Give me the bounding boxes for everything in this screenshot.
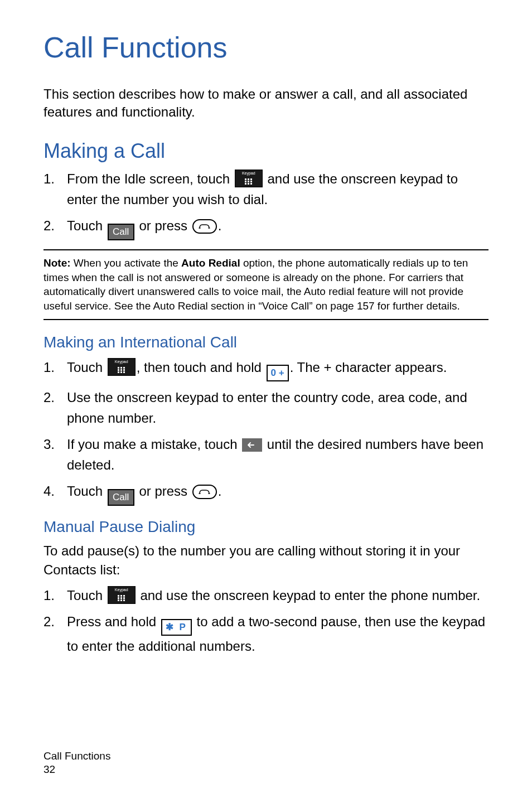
step-text: , then touch and hold <box>137 360 265 375</box>
page-title: Call Functions <box>43 31 489 64</box>
step-text: . The + character appears. <box>290 360 447 375</box>
zero-plus-key-icon: 0 + <box>267 365 289 381</box>
call-button-icon: Call <box>108 489 134 506</box>
list-item: Touch Call or press . <box>43 215 489 240</box>
step-text: and use the onscreen keypad to enter the… <box>137 588 480 603</box>
step-text: Touch <box>67 218 107 233</box>
step-text: Use the onscreen keypad to enter the cou… <box>67 390 467 425</box>
international-call-steps: Touch , then touch and hold 0 +. The + c… <box>43 357 489 506</box>
keypad-icon <box>235 170 263 187</box>
section-international-call: Making an International Call <box>43 333 489 351</box>
send-key-icon <box>192 485 217 499</box>
list-item: From the Idle screen, touch and use the … <box>43 168 489 210</box>
keypad-icon <box>108 358 136 376</box>
keypad-icon <box>108 586 136 604</box>
step-text: From the Idle screen, touch <box>67 171 234 186</box>
call-button-icon: Call <box>108 224 134 240</box>
backspace-icon <box>242 438 262 452</box>
section-making-a-call: Making a Call <box>43 139 489 163</box>
step-text: . <box>218 218 222 233</box>
step-text: Touch <box>67 483 107 499</box>
list-item: Touch , then touch and hold 0 +. The + c… <box>43 357 489 381</box>
star-p-key-icon: ✱ P <box>161 619 192 636</box>
manual-pause-steps: Touch and use the onscreen keypad to ent… <box>43 585 489 656</box>
list-item: Touch Call or press . <box>43 481 489 506</box>
page-footer: Call Functions 32 <box>43 749 110 777</box>
step-text: . <box>218 483 222 499</box>
note-bold: Auto Redial <box>181 257 240 269</box>
list-item: If you make a mistake, touch until the d… <box>43 434 489 475</box>
step-text: Press and hold <box>67 614 160 629</box>
step-text: or press <box>136 483 191 499</box>
section-manual-pause: Manual Pause Dialing <box>43 518 489 536</box>
step-text: If you make a mistake, touch <box>67 437 241 452</box>
list-item: Touch and use the onscreen keypad to ent… <box>43 585 489 606</box>
step-text: Touch <box>67 360 107 375</box>
step-text: Touch <box>67 588 107 603</box>
send-key-icon <box>192 219 217 234</box>
note-box: Note: When you activate the Auto Redial … <box>43 249 489 320</box>
note-label: Note: <box>43 257 74 269</box>
note-text: When you activate the <box>74 257 181 269</box>
manual-pause-intro: To add pause(s) to the number you are ca… <box>43 541 489 579</box>
list-item: Press and hold ✱ P to add a two-second p… <box>43 611 489 656</box>
intro-text: This section describes how to make or an… <box>43 85 489 122</box>
footer-page-number: 32 <box>43 763 110 777</box>
making-call-steps: From the Idle screen, touch and use the … <box>43 168 489 240</box>
step-text: or press <box>136 218 191 233</box>
footer-label: Call Functions <box>43 749 110 763</box>
list-item: Use the onscreen keypad to enter the cou… <box>43 387 489 428</box>
